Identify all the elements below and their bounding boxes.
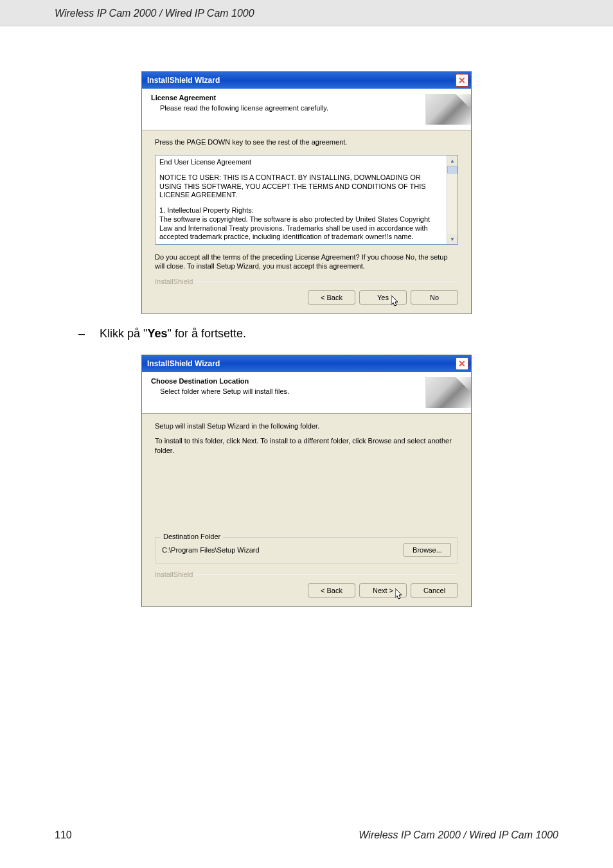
page-number: 110 (55, 829, 72, 841)
page-down-instruction: Press the PAGE DOWN key to see the rest … (155, 138, 458, 146)
divider (194, 574, 458, 575)
scroll-down-icon[interactable]: ▼ (447, 234, 458, 244)
scrollbar[interactable]: ▲ ▼ (447, 155, 458, 244)
license-dialog: InstallShield Wizard ✕ License Agreement… (141, 71, 472, 314)
caption-suffix: " for å fortsette. (168, 327, 246, 340)
close-icon: ✕ (458, 359, 466, 368)
destination-folder-fieldset: Destination Folder C:\Program Files\Setu… (155, 537, 458, 564)
dialog-header: License Agreement Please read the follow… (142, 89, 471, 130)
destination-dialog: InstallShield Wizard ✕ Choose Destinatio… (141, 355, 472, 607)
product-line-footer: Wireless IP Cam 2000 / Wired IP Cam 1000 (359, 829, 558, 841)
caption-emphasis: Yes (147, 327, 167, 340)
divider (194, 281, 458, 282)
back-button[interactable]: < Back (308, 583, 355, 598)
close-button[interactable]: ✕ (456, 357, 468, 370)
header-graphic (425, 94, 471, 125)
header-graphic (425, 377, 471, 408)
header-title: License Agreement (151, 94, 425, 102)
destination-path: C:\Program Files\Setup Wizard (162, 546, 260, 554)
install-line1: Setup will install Setup Wizard in the f… (155, 421, 458, 431)
install-line2: To install to this folder, click Next. T… (155, 436, 458, 456)
window-title: InstallShield Wizard (147, 76, 220, 85)
eula-notice: NOTICE TO USER: THIS IS A CONTRACT. BY I… (159, 173, 443, 200)
installshield-brand: InstallShield (155, 571, 194, 578)
back-button[interactable]: < Back (308, 290, 355, 305)
accept-question: Do you accept all the terms of the prece… (155, 252, 458, 271)
yes-button[interactable]: Yes (359, 290, 407, 305)
header-subtitle: Please read the following license agreem… (151, 104, 425, 112)
browse-button[interactable]: Browse... (404, 543, 451, 557)
header-title: Choose Destination Location (151, 377, 425, 385)
scroll-up-icon[interactable]: ▲ (447, 155, 458, 166)
cancel-button[interactable]: Cancel (411, 583, 458, 598)
page-footer: 110 Wireless IP Cam 2000 / Wired IP Cam … (0, 829, 613, 841)
license-textbox[interactable]: End User License Agreement NOTICE TO USE… (155, 155, 458, 245)
eula-heading: End User License Agreement (159, 158, 443, 167)
product-line-header: Wireless IP Cam 2000 / Wired IP Cam 1000 (55, 8, 254, 19)
close-icon: ✕ (458, 76, 466, 85)
page-header: Wireless IP Cam 2000 / Wired IP Cam 1000 (0, 0, 613, 26)
titlebar: InstallShield Wizard ✕ (142, 72, 471, 89)
titlebar: InstallShield Wizard ✕ (142, 355, 471, 372)
header-subtitle: Select folder where Setup will install f… (151, 387, 425, 395)
close-button[interactable]: ✕ (456, 74, 468, 87)
caption-prefix: Klikk på " (100, 327, 147, 340)
eula-section1: 1. Intellectual Property Rights: The sof… (159, 206, 443, 242)
window-title: InstallShield Wizard (147, 359, 220, 368)
scroll-track[interactable] (447, 166, 458, 234)
installshield-brand: InstallShield (155, 278, 194, 285)
next-button[interactable]: Next > (359, 583, 407, 598)
no-button[interactable]: No (411, 290, 458, 305)
instruction-caption: – Klikk på "Yes" for å fortsette. (78, 327, 613, 341)
dialog-header: Choose Destination Location Select folde… (142, 372, 471, 414)
fieldset-legend: Destination Folder (161, 533, 223, 540)
scroll-thumb[interactable] (447, 166, 458, 173)
